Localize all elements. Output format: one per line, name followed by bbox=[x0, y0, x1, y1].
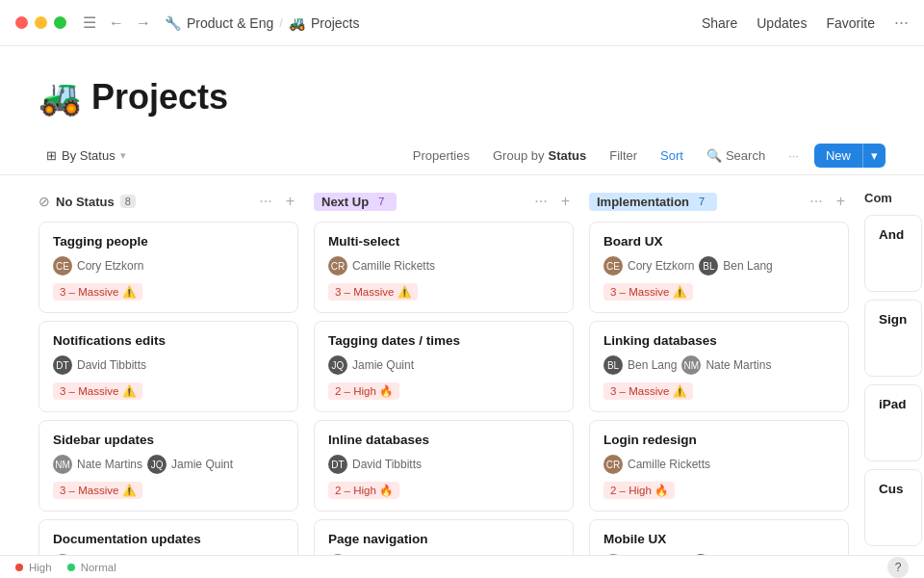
help-button[interactable]: ? bbox=[887, 557, 909, 578]
column-title-impl: Implementation bbox=[597, 195, 689, 209]
new-button-dropdown[interactable]: ▾ bbox=[862, 144, 886, 168]
maximize-button[interactable] bbox=[54, 16, 66, 29]
card-linking-databases[interactable]: Linking databases BL Ben Lang NM Nate Ma… bbox=[589, 321, 849, 412]
card-partial-2[interactable]: Sign bbox=[864, 300, 922, 377]
assignee-jamie-dates: Jamie Quint bbox=[352, 358, 414, 372]
card-title-linking-db: Linking databases bbox=[603, 333, 834, 348]
help-icon: ? bbox=[895, 561, 902, 574]
new-button[interactable]: New bbox=[814, 144, 862, 168]
view-grid-icon: ⊞ bbox=[46, 148, 57, 163]
card-title-partial-3: iPad bbox=[879, 397, 908, 411]
breadcrumb-item-projects[interactable]: Projects bbox=[311, 15, 360, 31]
close-button[interactable] bbox=[15, 16, 28, 29]
filter-button[interactable]: Filter bbox=[602, 144, 645, 167]
properties-button[interactable]: Properties bbox=[405, 144, 477, 167]
card-title-partial-4: Cus bbox=[879, 482, 908, 496]
forward-icon[interactable]: → bbox=[134, 13, 153, 33]
status-high-item: High bbox=[15, 562, 52, 573]
board: ⊘ No Status 8 ··· + Tagging people CE Co… bbox=[0, 175, 924, 571]
card-partial-4[interactable]: Cus bbox=[864, 469, 922, 546]
breadcrumb-separator: / bbox=[279, 15, 283, 30]
card-partial-1[interactable]: And bbox=[864, 215, 922, 292]
toolbar-left: ⊞ By Status ▾ bbox=[38, 144, 401, 167]
column-header-actions-impl: ··· + bbox=[806, 191, 849, 212]
column-title-completed-partial: Com bbox=[864, 191, 892, 205]
assignee-david: David Tibbitts bbox=[77, 358, 146, 372]
tag-massive-notif-edits: 3 – Massive ⚠️ bbox=[53, 382, 142, 400]
more-toolbar-icon[interactable]: ··· bbox=[781, 144, 807, 167]
avatar-jamie: JQ bbox=[147, 455, 167, 474]
card-title-partial-2: Sign bbox=[879, 312, 908, 327]
search-icon: 🔍 bbox=[706, 148, 722, 163]
column-implementation: Implementation 7 ··· + Board UX CE Cory … bbox=[589, 191, 849, 571]
page-header: 🚜 Projects bbox=[0, 46, 924, 137]
view-chevron-icon: ▾ bbox=[120, 149, 126, 162]
card-title-notifications-edits: Notifications edits bbox=[53, 333, 284, 348]
more-options-icon[interactable]: ··· bbox=[894, 13, 909, 33]
view-selector[interactable]: ⊞ By Status ▾ bbox=[38, 144, 134, 167]
assignee-david-inline: David Tibbitts bbox=[352, 458, 422, 471]
column-add-icon-no-status[interactable]: + bbox=[282, 191, 298, 212]
status-bar: High Normal ? bbox=[0, 555, 924, 578]
card-board-ux[interactable]: Board UX CE Cory Etzkorn BL Ben Lang 3 –… bbox=[589, 222, 849, 313]
card-multi-select[interactable]: Multi-select CR Camille Ricketts 3 – Mas… bbox=[314, 222, 574, 313]
column-add-icon-next-up[interactable]: + bbox=[557, 191, 574, 212]
group-by-value: Status bbox=[548, 148, 586, 163]
card-meta-sidebar-updates: NM Nate Martins JQ Jamie Quint bbox=[53, 455, 284, 474]
column-add-icon-impl[interactable]: + bbox=[833, 191, 849, 212]
nav-icons: ☰ ← → bbox=[80, 13, 153, 33]
card-notifications-edits[interactable]: Notifications edits DT David Tibbitts 3 … bbox=[38, 321, 298, 412]
normal-label: Normal bbox=[81, 562, 116, 573]
breadcrumb: 🔧 Product & Eng / 🚜 Projects bbox=[165, 15, 702, 31]
titlebar-actions: Share Updates Favorite ··· bbox=[702, 13, 909, 33]
column-more-icon-impl[interactable]: ··· bbox=[806, 191, 826, 212]
card-meta-multi-select: CR Camille Ricketts bbox=[328, 256, 559, 276]
next-up-count: 7 bbox=[373, 195, 389, 208]
sidebar-toggle-icon[interactable]: ☰ bbox=[80, 13, 99, 33]
card-tagging-people[interactable]: Tagging people CE Cory Etzkorn 3 – Massi… bbox=[38, 222, 298, 313]
no-status-icon: ⊘ bbox=[38, 194, 50, 209]
breadcrumb-item-icon: 🚜 bbox=[289, 15, 305, 31]
toolbar: ⊞ By Status ▾ Properties Group by Status… bbox=[0, 137, 924, 175]
card-partial-3[interactable]: iPad bbox=[864, 384, 922, 461]
minimize-button[interactable] bbox=[35, 16, 47, 29]
favorite-button[interactable]: Favorite bbox=[826, 15, 875, 31]
avatar-ben-link: BL bbox=[603, 355, 623, 375]
column-title-impl-tag: Implementation 7 bbox=[589, 193, 717, 211]
card-meta-board-ux: CE Cory Etzkorn BL Ben Lang bbox=[603, 256, 834, 276]
card-title-page-nav: Page navigation bbox=[328, 532, 559, 546]
column-title-no-status: No Status bbox=[56, 195, 115, 209]
column-header-completed-partial: Com bbox=[864, 191, 922, 205]
assignee-cory-board: Cory Etzkorn bbox=[628, 259, 694, 273]
card-meta-linking-db: BL Ben Lang NM Nate Martins bbox=[603, 355, 834, 375]
group-by-button[interactable]: Group by Status bbox=[485, 144, 594, 167]
impl-count: 7 bbox=[694, 195, 709, 208]
card-inline-databases[interactable]: Inline databases DT David Tibbitts 2 – H… bbox=[314, 420, 574, 512]
card-login-redesign[interactable]: Login redesign CR Camille Ricketts 2 – H… bbox=[589, 420, 849, 512]
no-status-count: 8 bbox=[120, 195, 136, 208]
toolbar-right: Properties Group by Status Filter Sort 🔍… bbox=[405, 144, 886, 168]
updates-button[interactable]: Updates bbox=[757, 15, 807, 31]
breadcrumb-item-product[interactable]: Product & Eng bbox=[187, 15, 273, 31]
column-completed-partial: Com And Sign iPad Cus bbox=[864, 191, 922, 554]
column-header-next-up: Next Up 7 ··· + bbox=[314, 191, 574, 212]
card-meta-tagging-dates: JQ Jamie Quint bbox=[328, 355, 559, 375]
column-more-icon-next-up[interactable]: ··· bbox=[530, 191, 551, 212]
share-button[interactable]: Share bbox=[702, 15, 737, 31]
column-next-up: Next Up 7 ··· + Multi-select CR Camille … bbox=[314, 191, 574, 571]
avatar-cory-board: CE bbox=[603, 256, 623, 276]
column-no-status: ⊘ No Status 8 ··· + Tagging people CE Co… bbox=[38, 191, 298, 571]
back-icon[interactable]: ← bbox=[107, 13, 126, 33]
card-sidebar-updates[interactable]: Sidebar updates NM Nate Martins JQ Jamie… bbox=[38, 420, 298, 512]
group-by-label: Group by bbox=[493, 148, 544, 163]
assignee-ben-board: Ben Lang bbox=[723, 259, 772, 273]
tag-high-tagging-dates: 2 – High 🔥 bbox=[328, 382, 399, 400]
avatar-nate-link: NM bbox=[681, 355, 701, 375]
card-tagging-dates[interactable]: Tagging dates / times JQ Jamie Quint 2 –… bbox=[314, 321, 574, 412]
search-button[interactable]: 🔍 Search bbox=[699, 144, 773, 167]
column-more-icon-no-status[interactable]: ··· bbox=[255, 191, 275, 212]
high-label: High bbox=[29, 562, 52, 573]
avatar-david-inline: DT bbox=[328, 455, 347, 474]
card-meta-notifications-edits: DT David Tibbitts bbox=[53, 355, 284, 375]
sort-button[interactable]: Sort bbox=[653, 144, 691, 167]
